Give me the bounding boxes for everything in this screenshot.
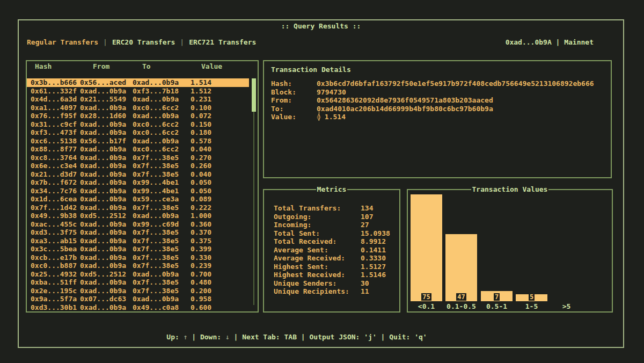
table-row[interactable]: 0x25...49320xd5...25120xad...0b9a0.700 <box>27 270 249 279</box>
cell-hash: 0x3b...b666 <box>31 78 80 87</box>
help-label: Next Tab: <box>242 333 284 341</box>
cell-value: 0.222 <box>191 204 249 212</box>
cell-from: 0xd5...2512 <box>80 212 133 220</box>
table-row[interactable]: 0xac...455c0xad...0b9a0x99...c69d0.360 <box>27 220 249 229</box>
help-label: Output JSON: <box>309 333 364 341</box>
bar-0.1-0.5 <box>445 234 477 301</box>
cell-value: 0.050 <box>191 178 249 187</box>
cell-from: 0xad...0b9a <box>80 278 133 287</box>
cell-value: 0.050 <box>191 187 249 195</box>
cell-to: 0x7f...38e5 <box>133 245 191 253</box>
cell-hash: 0xd3...30b1 <box>31 303 80 312</box>
eth-icon: ◊ <box>317 113 321 121</box>
cell-to: 0x49...c0a8 <box>133 303 191 312</box>
table-row[interactable]: 0xc8...37640xad...0b9a0x7f...38e50.270 <box>27 154 249 162</box>
metric-row: Total Sent:15.0938 <box>274 229 396 238</box>
transaction-details-panel: Transaction Details Hash:0x3b6cd7d6bfaf1… <box>263 60 612 178</box>
cell-to: 0x7f...38e5 <box>133 253 191 262</box>
x-axis-label: >5 <box>551 302 582 311</box>
tab-separator: | <box>180 38 184 46</box>
table-row[interactable]: 0x7b...f6720xad...0b9a0x99...4be10.050 <box>27 178 249 187</box>
table-row[interactable]: 0xd3...3f750xad...0b9a0x7f...38e50.370 <box>27 228 249 237</box>
bar-value-wrap: 75 <box>411 293 442 301</box>
table-row[interactable]: 0xc0...b8870xad...0b9a0x7f...38e50.239 <box>27 262 249 270</box>
table-row[interactable]: 0x3c...5bea0xad...0b9a0x7f...38e50.399 <box>27 245 249 253</box>
table-row[interactable]: 0x9a...5f7a0x07...dc630xad...0b9a0.958 <box>27 295 249 303</box>
table-row[interactable]: 0xba...51ff0xad...0b9a0x7f...38e50.480 <box>27 278 249 287</box>
cell-from: 0xad...0b9a <box>80 195 133 204</box>
table-row[interactable]: 0x2e...195c0xad...0b9a0x7f...38e50.200 <box>27 287 249 295</box>
table-row[interactable]: 0xd3...30b10xad...0b9a0x49...c0a80.600 <box>27 303 249 312</box>
detail-value: 0xad4010ac206b14d66999b4bf9b80c6bc97b60b… <box>317 105 493 113</box>
scrollbar-track <box>253 78 254 305</box>
transaction-details-fields: Hash:0x3b6cd7d6bfaf163792f50e1ef5e917b97… <box>271 79 606 121</box>
transaction-values-chart-panel: Transaction Values 75<0.1470.1-0.570.5-1… <box>407 189 613 313</box>
cell-value: 0.150 <box>191 120 249 129</box>
cell-hash: 0xc8...3764 <box>31 154 80 162</box>
table-row[interactable]: 0x49...9b380xd5...25120xad...0b9a1.000 <box>27 212 249 220</box>
cell-value: 1.000 <box>191 212 249 220</box>
table-row[interactable]: 0x88...8f770xad...0b9a0xc0...6cc20.040 <box>27 145 249 154</box>
cell-from: 0xad...0b9a <box>80 145 133 154</box>
tab-erc20-transfers[interactable]: ERC20 Transfers <box>112 38 175 46</box>
cell-from: 0xad...0b9a <box>80 262 133 270</box>
cell-from: 0xad...0b9a <box>80 245 133 253</box>
cell-to: 0x7f...38e5 <box>133 154 191 162</box>
help-label: Up: <box>166 333 183 341</box>
help-key: ↓ <box>225 333 230 341</box>
cell-to: 0x7f...38e5 <box>133 228 191 237</box>
table-row[interactable]: 0x21...d3d70xad...0b9a0x7f...38e50.040 <box>27 170 249 179</box>
cell-from: 0xad...0b9a <box>80 87 133 96</box>
cell-value: 0.600 <box>191 303 249 312</box>
table-row[interactable]: 0x6e...c3e40xad...0b9a0x7f...38e50.260 <box>27 162 249 170</box>
cell-from: 0xad...0b9a <box>80 187 133 195</box>
table-row[interactable]: 0x34...7c760xad...0b9a0x99...4be10.050 <box>27 187 249 195</box>
table-row[interactable]: 0x76...f95f0x28...1d600xad...0b9a0.072 <box>27 112 249 120</box>
cell-to: 0xad...0b9a <box>133 112 191 120</box>
table-row[interactable]: 0x31...c9cf0xad...0b9a0xc0...6cc20.150 <box>27 120 249 129</box>
cell-hash: 0x49...9b38 <box>31 212 80 220</box>
tab-erc721-transfers[interactable]: ERC721 Transfers <box>189 38 256 46</box>
cell-to: 0x59...ce3a <box>133 195 191 204</box>
metric-value: 107 <box>361 213 373 221</box>
table-row[interactable]: 0xc6...51380x56...b17f0xad...0b9a0.578 <box>27 137 249 146</box>
cell-from: 0xad...0b9a <box>80 220 133 229</box>
cell-from: 0xad...0b9a <box>80 162 133 170</box>
cell-to: 0xc0...6cc2 <box>133 120 191 129</box>
metric-row: Outgoing:107 <box>274 213 396 221</box>
cell-value: 0.200 <box>191 287 249 295</box>
scrollbar-thumb[interactable] <box>252 78 256 112</box>
wallet-network-label: 0xad...0b9A | Mainnet <box>506 38 594 46</box>
table-row[interactable]: 0xa1...40970xad...0b9a0xc0...6cc20.100 <box>27 104 249 112</box>
cell-value: 0.089 <box>191 195 249 204</box>
cell-to: 0xc0...6cc2 <box>133 104 191 112</box>
tab-regular-transfers[interactable]: Regular Transfers <box>27 38 98 46</box>
cell-hash: 0x88...8f77 <box>31 145 80 154</box>
tab-separator: | <box>103 38 107 46</box>
cell-hash: 0x4d...6a3d <box>31 95 80 104</box>
cell-from: 0xad...0b9a <box>80 204 133 212</box>
cell-hash: 0xba...51ff <box>31 278 80 287</box>
cell-value: 0.370 <box>191 228 249 237</box>
table-row[interactable]: 0x7f...1d420xad...0b9a0x7f...38e50.222 <box>27 204 249 212</box>
table-row[interactable]: 0x3b...b6660x56...aced0xad...0b9a1.514 <box>27 78 249 87</box>
table-header: HashFromToValue <box>27 62 249 72</box>
table-row[interactable]: 0xcb...e17b0xad...0b9a0x7f...38e50.330 <box>27 253 249 262</box>
cell-value: 0.360 <box>191 220 249 229</box>
cell-from: 0x56...aced <box>80 78 133 87</box>
cell-to: 0xc0...6cc2 <box>133 145 191 154</box>
tab-bar: Regular Transfers|ERC20 Transfers|ERC721… <box>27 38 256 46</box>
table-scrollbar[interactable] <box>252 78 256 305</box>
detail-value: 9794730 <box>317 88 346 96</box>
help-separator: | <box>377 333 389 341</box>
cell-to: 0x7f...38e5 <box>133 287 191 295</box>
table-row[interactable]: 0x1d...6cea0xad...0b9a0x59...ce3a0.089 <box>27 195 249 204</box>
table-row[interactable]: 0x4d...6a3d0x21...55490xad...0b9a0.231 <box>27 95 249 104</box>
cell-value: 0.375 <box>191 237 249 245</box>
table-row[interactable]: 0x61...332f0xad...0b9a0xf3...7b181.512 <box>27 87 249 96</box>
metrics-rows: Total Transfers:134Outgoing:107Incoming:… <box>274 204 396 296</box>
metric-value: 0.3330 <box>361 254 386 262</box>
cell-from: 0xad...0b9a <box>80 120 133 129</box>
table-row[interactable]: 0xa3...ab150xad...0b9a0x7f...38e50.375 <box>27 237 249 245</box>
table-row[interactable]: 0xf3...473f0xad...0b9a0xc0...6cc20.180 <box>27 128 249 137</box>
